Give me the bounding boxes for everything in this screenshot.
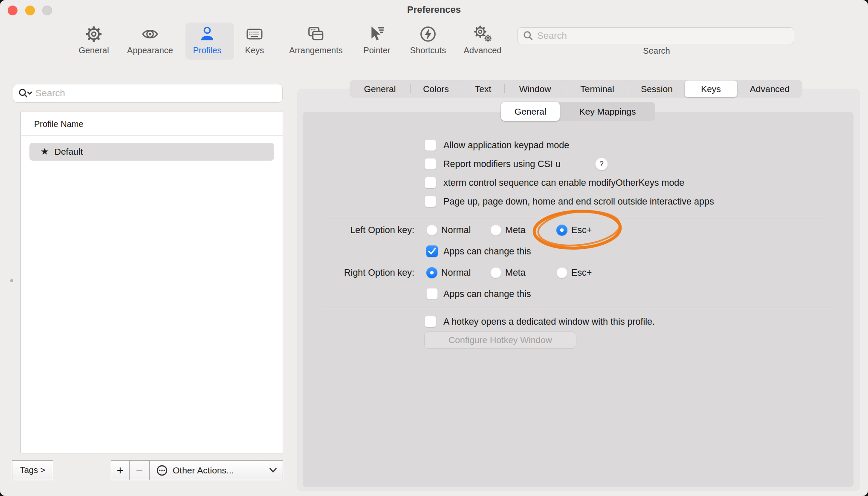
radio-left-esc[interactable] xyxy=(556,225,567,236)
checkbox-page-scroll[interactable] xyxy=(425,196,436,207)
tab-colors[interactable]: Colors xyxy=(410,80,462,98)
radio-label: Esc+ xyxy=(571,267,592,278)
checkbox-label: Apps can change this xyxy=(443,246,531,257)
radio-label: Normal xyxy=(441,225,471,236)
help-button[interactable]: ? xyxy=(595,158,608,170)
tab-divider xyxy=(504,84,505,93)
right-option-key-label: Right Option key: xyxy=(277,267,414,278)
tab-divider xyxy=(629,84,629,93)
toolbar-label: General xyxy=(78,45,109,55)
toolbar-item-general[interactable]: General xyxy=(68,23,119,59)
keys-content-panel xyxy=(303,112,854,487)
checkbox-label: Page up, page down, home and end scroll … xyxy=(443,196,714,207)
toolbar-label: Arrangements xyxy=(289,45,343,55)
gears-icon xyxy=(473,23,492,45)
profile-row-default[interactable]: ★ Default xyxy=(29,143,274,161)
left-option-key-label: Left Option key: xyxy=(277,225,414,236)
tab-divider xyxy=(566,84,566,93)
search-placeholder: Search xyxy=(537,30,567,41)
divider-dot xyxy=(10,279,13,282)
checkbox-right-apps-change[interactable] xyxy=(426,288,438,300)
toolbar-item-advanced[interactable]: Advanced xyxy=(457,23,508,59)
star-icon: ★ xyxy=(41,146,49,157)
separator xyxy=(323,308,831,308)
tab-general[interactable]: General xyxy=(350,80,410,98)
toolbar-item-profiles[interactable]: Profiles xyxy=(183,23,231,59)
radio-right-normal[interactable] xyxy=(426,267,437,278)
toolbar-label: Appearance xyxy=(127,45,173,55)
add-profile-button[interactable]: + xyxy=(111,460,130,480)
toolbar-item-pointer[interactable]: Pointer xyxy=(351,23,402,59)
toolbar-item-appearance[interactable]: Appearance xyxy=(122,23,178,59)
search-options-icon xyxy=(18,88,32,98)
tab-text[interactable]: Text xyxy=(462,80,504,98)
toolbar-search-caption: Search xyxy=(622,46,691,56)
checkbox-keypad-mode[interactable] xyxy=(425,139,436,151)
tab-session[interactable]: Session xyxy=(629,80,685,98)
toolbar-label: Keys xyxy=(245,45,264,55)
checkbox-csi-u[interactable] xyxy=(425,158,436,170)
check-icon xyxy=(426,245,438,257)
toolbar-label: Advanced xyxy=(464,45,502,55)
chevron-down-icon xyxy=(269,468,277,473)
checkbox-label: Allow application keypad mode xyxy=(443,140,569,151)
profile-tab-bar: General Colors Text Window Terminal Sess… xyxy=(350,80,802,98)
tab-advanced[interactable]: Advanced xyxy=(737,80,802,98)
checkbox-hotkey-window[interactable] xyxy=(425,316,436,327)
remove-profile-button[interactable]: − xyxy=(129,460,150,480)
checkbox-left-apps-change[interactable] xyxy=(426,245,438,257)
eye-icon xyxy=(141,23,159,45)
configure-hotkey-window-button: Configure Hotkey Window xyxy=(424,332,576,349)
radio-left-normal[interactable] xyxy=(426,225,437,236)
checkbox-label: Apps can change this xyxy=(443,288,531,300)
checkbox-modify-other-keys[interactable] xyxy=(425,177,436,188)
subtab-key-mappings[interactable]: Key Mappings xyxy=(560,102,655,121)
keys-subtab-bar: General Key Mappings xyxy=(501,102,655,121)
separator xyxy=(323,217,831,217)
toolbar-item-keys[interactable]: Keys xyxy=(235,23,274,59)
radio-right-meta[interactable] xyxy=(490,267,501,278)
toolbar-item-arrangements[interactable]: Arrangements xyxy=(284,23,348,59)
profile-name: Default xyxy=(55,147,83,157)
other-actions-label: Other Actions... xyxy=(173,465,269,476)
ellipsis-circle-icon xyxy=(156,464,168,477)
checkbox-label: xterm control sequence can enable modify… xyxy=(443,177,684,188)
subtab-general[interactable]: General xyxy=(501,102,560,121)
tags-button[interactable]: Tags > xyxy=(12,460,53,480)
profile-list: Profile Name ★ Default xyxy=(20,112,283,453)
toolbar-label: Pointer xyxy=(363,45,390,55)
windows-icon xyxy=(307,23,325,45)
pointer-icon xyxy=(368,23,386,45)
other-actions-dropdown[interactable]: Other Actions... xyxy=(149,460,283,480)
lightning-icon xyxy=(419,23,437,45)
toolbar-search-input[interactable]: Search xyxy=(517,27,794,44)
person-icon xyxy=(198,23,216,45)
preferences-window: Preferences General xyxy=(0,0,868,496)
checkbox-label: A hotkey opens a dedicated window with t… xyxy=(443,316,655,327)
checkbox-label: Report modifiers using CSI u xyxy=(443,159,561,170)
profile-list-header: Profile Name xyxy=(21,112,283,136)
radio-label: Meta xyxy=(505,225,526,236)
tab-divider xyxy=(462,84,462,93)
tab-keys[interactable]: Keys xyxy=(685,81,737,97)
toolbar-label: Profiles xyxy=(193,45,222,55)
search-placeholder: Search xyxy=(35,88,65,99)
tab-divider xyxy=(410,84,411,93)
tab-window[interactable]: Window xyxy=(504,80,566,98)
radio-left-meta[interactable] xyxy=(490,225,501,236)
search-icon xyxy=(523,31,533,41)
radio-label: Meta xyxy=(505,267,526,278)
window-title: Preferences xyxy=(0,4,868,15)
tab-terminal[interactable]: Terminal xyxy=(566,80,629,98)
keyboard-icon xyxy=(245,23,264,45)
gear-icon xyxy=(85,23,103,45)
radio-label: Esc+ xyxy=(571,225,592,236)
radio-label: Normal xyxy=(441,267,471,278)
radio-right-esc[interactable] xyxy=(556,267,567,278)
toolbar-item-shortcuts[interactable]: Shortcuts xyxy=(402,23,454,59)
toolbar-label: Shortcuts xyxy=(410,45,446,55)
profile-search-input[interactable]: Search xyxy=(13,84,283,103)
